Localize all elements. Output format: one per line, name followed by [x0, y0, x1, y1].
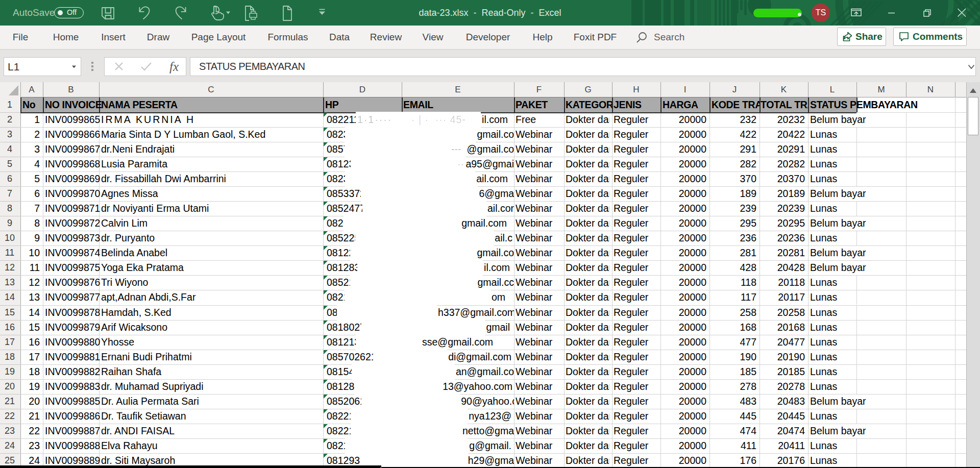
svg-text:fx: fx [169, 60, 179, 73]
